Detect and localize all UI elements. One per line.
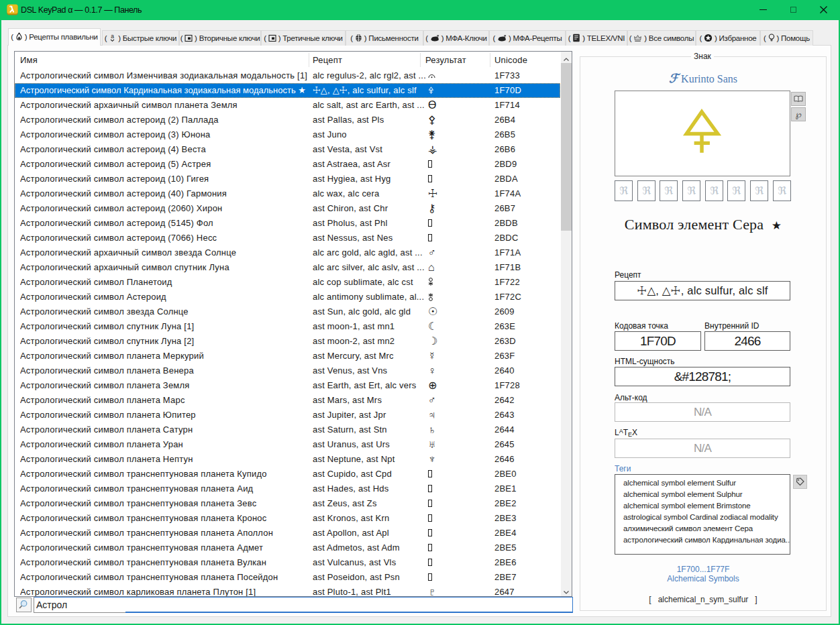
- svg-text:a: a: [111, 34, 115, 40]
